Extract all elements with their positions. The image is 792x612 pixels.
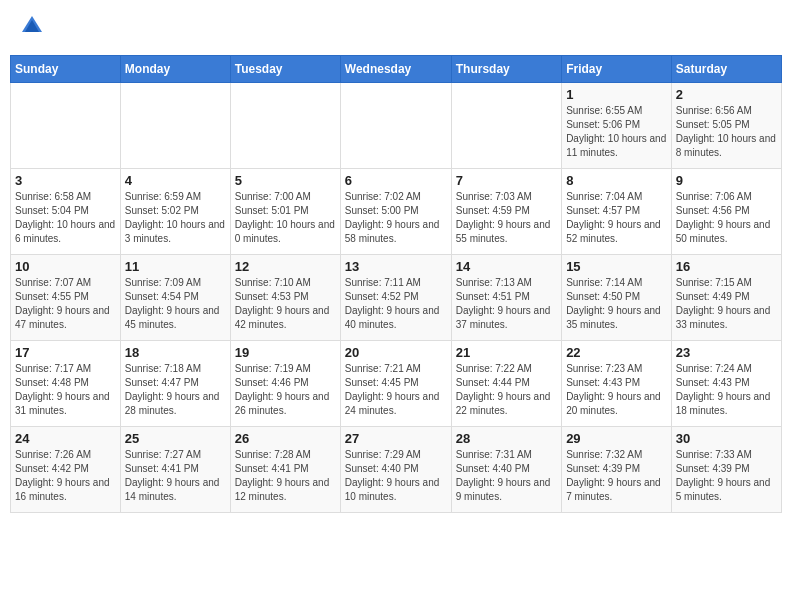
day-info: Sunrise: 7:09 AM Sunset: 4:54 PM Dayligh… bbox=[125, 276, 226, 332]
day-cell: 21Sunrise: 7:22 AM Sunset: 4:44 PM Dayli… bbox=[451, 341, 561, 427]
day-cell: 27Sunrise: 7:29 AM Sunset: 4:40 PM Dayli… bbox=[340, 427, 451, 513]
day-info: Sunrise: 7:32 AM Sunset: 4:39 PM Dayligh… bbox=[566, 448, 667, 504]
day-number: 2 bbox=[676, 87, 777, 102]
day-cell: 15Sunrise: 7:14 AM Sunset: 4:50 PM Dayli… bbox=[562, 255, 672, 341]
day-number: 24 bbox=[15, 431, 116, 446]
day-cell: 22Sunrise: 7:23 AM Sunset: 4:43 PM Dayli… bbox=[562, 341, 672, 427]
day-info: Sunrise: 7:22 AM Sunset: 4:44 PM Dayligh… bbox=[456, 362, 557, 418]
day-info: Sunrise: 7:14 AM Sunset: 4:50 PM Dayligh… bbox=[566, 276, 667, 332]
day-info: Sunrise: 7:13 AM Sunset: 4:51 PM Dayligh… bbox=[456, 276, 557, 332]
day-info: Sunrise: 7:17 AM Sunset: 4:48 PM Dayligh… bbox=[15, 362, 116, 418]
day-number: 8 bbox=[566, 173, 667, 188]
day-cell: 19Sunrise: 7:19 AM Sunset: 4:46 PM Dayli… bbox=[230, 341, 340, 427]
day-cell: 30Sunrise: 7:33 AM Sunset: 4:39 PM Dayli… bbox=[671, 427, 781, 513]
day-number: 29 bbox=[566, 431, 667, 446]
day-info: Sunrise: 7:24 AM Sunset: 4:43 PM Dayligh… bbox=[676, 362, 777, 418]
day-cell: 18Sunrise: 7:18 AM Sunset: 4:47 PM Dayli… bbox=[120, 341, 230, 427]
day-cell: 9Sunrise: 7:06 AM Sunset: 4:56 PM Daylig… bbox=[671, 169, 781, 255]
week-row-4: 17Sunrise: 7:17 AM Sunset: 4:48 PM Dayli… bbox=[11, 341, 782, 427]
week-row-3: 10Sunrise: 7:07 AM Sunset: 4:55 PM Dayli… bbox=[11, 255, 782, 341]
day-cell: 13Sunrise: 7:11 AM Sunset: 4:52 PM Dayli… bbox=[340, 255, 451, 341]
day-cell: 23Sunrise: 7:24 AM Sunset: 4:43 PM Dayli… bbox=[671, 341, 781, 427]
column-header-saturday: Saturday bbox=[671, 56, 781, 83]
day-cell: 2Sunrise: 6:56 AM Sunset: 5:05 PM Daylig… bbox=[671, 83, 781, 169]
day-number: 11 bbox=[125, 259, 226, 274]
day-number: 5 bbox=[235, 173, 336, 188]
day-info: Sunrise: 7:28 AM Sunset: 4:41 PM Dayligh… bbox=[235, 448, 336, 504]
day-cell: 7Sunrise: 7:03 AM Sunset: 4:59 PM Daylig… bbox=[451, 169, 561, 255]
day-number: 9 bbox=[676, 173, 777, 188]
day-number: 7 bbox=[456, 173, 557, 188]
day-cell: 6Sunrise: 7:02 AM Sunset: 5:00 PM Daylig… bbox=[340, 169, 451, 255]
column-header-sunday: Sunday bbox=[11, 56, 121, 83]
day-number: 4 bbox=[125, 173, 226, 188]
day-cell bbox=[451, 83, 561, 169]
day-cell: 20Sunrise: 7:21 AM Sunset: 4:45 PM Dayli… bbox=[340, 341, 451, 427]
day-number: 20 bbox=[345, 345, 447, 360]
day-cell: 10Sunrise: 7:07 AM Sunset: 4:55 PM Dayli… bbox=[11, 255, 121, 341]
day-number: 23 bbox=[676, 345, 777, 360]
column-header-thursday: Thursday bbox=[451, 56, 561, 83]
column-header-friday: Friday bbox=[562, 56, 672, 83]
week-row-1: 1Sunrise: 6:55 AM Sunset: 5:06 PM Daylig… bbox=[11, 83, 782, 169]
calendar-table: SundayMondayTuesdayWednesdayThursdayFrid… bbox=[10, 55, 782, 513]
logo bbox=[18, 14, 44, 43]
day-cell: 11Sunrise: 7:09 AM Sunset: 4:54 PM Dayli… bbox=[120, 255, 230, 341]
week-row-2: 3Sunrise: 6:58 AM Sunset: 5:04 PM Daylig… bbox=[11, 169, 782, 255]
day-cell: 28Sunrise: 7:31 AM Sunset: 4:40 PM Dayli… bbox=[451, 427, 561, 513]
day-number: 12 bbox=[235, 259, 336, 274]
day-info: Sunrise: 7:26 AM Sunset: 4:42 PM Dayligh… bbox=[15, 448, 116, 504]
day-info: Sunrise: 7:31 AM Sunset: 4:40 PM Dayligh… bbox=[456, 448, 557, 504]
day-info: Sunrise: 7:03 AM Sunset: 4:59 PM Dayligh… bbox=[456, 190, 557, 246]
day-cell: 29Sunrise: 7:32 AM Sunset: 4:39 PM Dayli… bbox=[562, 427, 672, 513]
day-cell: 26Sunrise: 7:28 AM Sunset: 4:41 PM Dayli… bbox=[230, 427, 340, 513]
day-info: Sunrise: 7:21 AM Sunset: 4:45 PM Dayligh… bbox=[345, 362, 447, 418]
column-header-wednesday: Wednesday bbox=[340, 56, 451, 83]
day-info: Sunrise: 7:04 AM Sunset: 4:57 PM Dayligh… bbox=[566, 190, 667, 246]
day-cell: 24Sunrise: 7:26 AM Sunset: 4:42 PM Dayli… bbox=[11, 427, 121, 513]
day-cell: 25Sunrise: 7:27 AM Sunset: 4:41 PM Dayli… bbox=[120, 427, 230, 513]
day-cell bbox=[230, 83, 340, 169]
day-info: Sunrise: 7:06 AM Sunset: 4:56 PM Dayligh… bbox=[676, 190, 777, 246]
day-number: 10 bbox=[15, 259, 116, 274]
logo-icon bbox=[20, 14, 44, 38]
day-cell: 8Sunrise: 7:04 AM Sunset: 4:57 PM Daylig… bbox=[562, 169, 672, 255]
day-number: 30 bbox=[676, 431, 777, 446]
day-info: Sunrise: 7:02 AM Sunset: 5:00 PM Dayligh… bbox=[345, 190, 447, 246]
day-info: Sunrise: 7:10 AM Sunset: 4:53 PM Dayligh… bbox=[235, 276, 336, 332]
day-cell: 5Sunrise: 7:00 AM Sunset: 5:01 PM Daylig… bbox=[230, 169, 340, 255]
day-info: Sunrise: 6:56 AM Sunset: 5:05 PM Dayligh… bbox=[676, 104, 777, 160]
day-info: Sunrise: 7:27 AM Sunset: 4:41 PM Dayligh… bbox=[125, 448, 226, 504]
day-cell: 4Sunrise: 6:59 AM Sunset: 5:02 PM Daylig… bbox=[120, 169, 230, 255]
day-info: Sunrise: 7:00 AM Sunset: 5:01 PM Dayligh… bbox=[235, 190, 336, 246]
day-number: 3 bbox=[15, 173, 116, 188]
day-number: 6 bbox=[345, 173, 447, 188]
week-row-5: 24Sunrise: 7:26 AM Sunset: 4:42 PM Dayli… bbox=[11, 427, 782, 513]
day-info: Sunrise: 7:15 AM Sunset: 4:49 PM Dayligh… bbox=[676, 276, 777, 332]
day-cell: 3Sunrise: 6:58 AM Sunset: 5:04 PM Daylig… bbox=[11, 169, 121, 255]
day-cell bbox=[120, 83, 230, 169]
day-number: 16 bbox=[676, 259, 777, 274]
day-info: Sunrise: 6:59 AM Sunset: 5:02 PM Dayligh… bbox=[125, 190, 226, 246]
day-number: 27 bbox=[345, 431, 447, 446]
calendar-header-row: SundayMondayTuesdayWednesdayThursdayFrid… bbox=[11, 56, 782, 83]
day-number: 18 bbox=[125, 345, 226, 360]
day-number: 19 bbox=[235, 345, 336, 360]
day-info: Sunrise: 7:23 AM Sunset: 4:43 PM Dayligh… bbox=[566, 362, 667, 418]
day-info: Sunrise: 7:29 AM Sunset: 4:40 PM Dayligh… bbox=[345, 448, 447, 504]
day-cell: 16Sunrise: 7:15 AM Sunset: 4:49 PM Dayli… bbox=[671, 255, 781, 341]
day-info: Sunrise: 6:55 AM Sunset: 5:06 PM Dayligh… bbox=[566, 104, 667, 160]
day-number: 28 bbox=[456, 431, 557, 446]
day-number: 25 bbox=[125, 431, 226, 446]
page-header bbox=[10, 10, 782, 47]
day-cell: 12Sunrise: 7:10 AM Sunset: 4:53 PM Dayli… bbox=[230, 255, 340, 341]
calendar-body: 1Sunrise: 6:55 AM Sunset: 5:06 PM Daylig… bbox=[11, 83, 782, 513]
day-cell bbox=[11, 83, 121, 169]
day-info: Sunrise: 7:18 AM Sunset: 4:47 PM Dayligh… bbox=[125, 362, 226, 418]
day-cell: 17Sunrise: 7:17 AM Sunset: 4:48 PM Dayli… bbox=[11, 341, 121, 427]
column-header-monday: Monday bbox=[120, 56, 230, 83]
day-number: 15 bbox=[566, 259, 667, 274]
day-info: Sunrise: 7:11 AM Sunset: 4:52 PM Dayligh… bbox=[345, 276, 447, 332]
day-cell: 14Sunrise: 7:13 AM Sunset: 4:51 PM Dayli… bbox=[451, 255, 561, 341]
column-header-tuesday: Tuesday bbox=[230, 56, 340, 83]
